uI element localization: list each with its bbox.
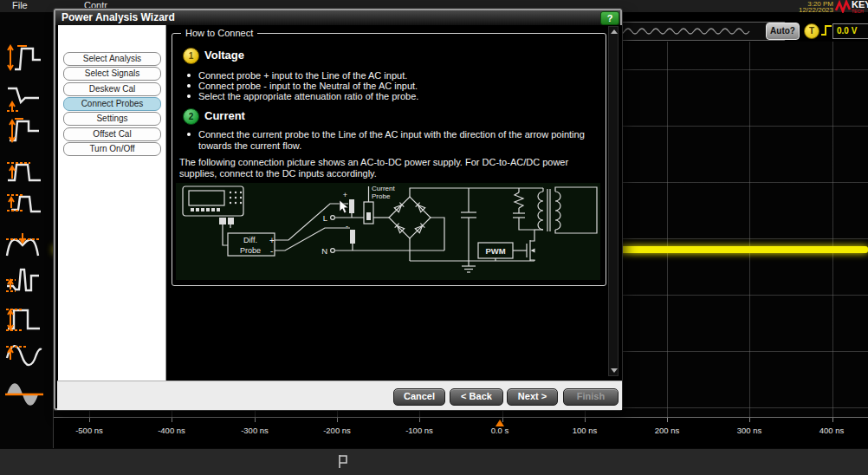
- pulse-width-icon[interactable]: [4, 303, 48, 338]
- wizard-nav-panel: Select Analysis Select Signals Deskew Ca…: [58, 25, 166, 381]
- connection-note: The following connection picture shows a…: [179, 157, 600, 179]
- current-bullet-1: Connect the current probe to the Line of…: [198, 129, 599, 152]
- fall-time-icon[interactable]: [4, 80, 48, 114]
- keysight-logo: KEY TECH: [835, 0, 868, 14]
- scroll-up-icon[interactable]: [611, 29, 618, 34]
- connection-diagram: Diff. Probe + - + - L N Current Probe PW…: [176, 183, 600, 280]
- oscilloscope-screen: File Contr 3:20 PM 12/22/2023 KEY TECH R…: [0, 0, 868, 475]
- diff-plus-label: +: [269, 236, 275, 245]
- axis-label: -100 ns: [405, 426, 433, 435]
- waveform-preview-bar[interactable]: [606, 22, 786, 41]
- bullet-dot: [187, 94, 191, 98]
- step-1-badge: 1: [183, 48, 199, 64]
- trigger-time-marker[interactable]: [496, 420, 504, 426]
- rise-amplitude-icon[interactable]: [4, 114, 48, 149]
- top-level-icon[interactable]: [4, 156, 48, 191]
- current-probe-label-1: Current: [372, 185, 395, 192]
- axis-label: 100 ns: [573, 426, 598, 435]
- horizontal-control-bar: [0, 448, 868, 475]
- diff-probe-label-2: Probe: [240, 246, 261, 255]
- nav-settings[interactable]: Settings: [63, 112, 161, 126]
- keysight-spark-icon: [835, 0, 852, 13]
- frequency-icon[interactable]: [4, 339, 48, 374]
- current-probe-label-2: Probe: [372, 192, 391, 200]
- menu-file[interactable]: File: [12, 0, 28, 11]
- trigger-source-badge[interactable]: T: [804, 23, 819, 39]
- pin-icon[interactable]: [336, 453, 348, 470]
- auto-trigger-button[interactable]: Auto?: [766, 23, 800, 40]
- line-terminal-label: L: [323, 213, 327, 223]
- cancel-button[interactable]: Cancel: [393, 388, 445, 406]
- transient-icon[interactable]: [4, 264, 48, 299]
- trigger-edge-icon[interactable]: [820, 23, 832, 37]
- power-analysis-wizard-dialog: Power Analysis Wizard ? Select Analysis …: [54, 9, 622, 410]
- voltage-bullet-3: Select the appropriate attenuation ratio…: [198, 91, 418, 102]
- bullet-dot: [187, 133, 191, 136]
- pulse-amplitude-icon[interactable]: [4, 42, 48, 76]
- neutral-terminal-label: N: [321, 246, 327, 256]
- pwm-label: PWM: [485, 246, 505, 256]
- wizard-content: How to Connect 1 Voltage Connect probe +…: [166, 25, 622, 381]
- base-level-icon[interactable]: [4, 189, 48, 224]
- dialog-title-bar[interactable]: Power Analysis Wizard: [55, 10, 620, 26]
- axis-label: -500 ns: [75, 426, 103, 435]
- nav-turn-on-off[interactable]: Turn On/Off: [63, 142, 161, 156]
- nav-select-analysis[interactable]: Select Analysis: [63, 52, 161, 66]
- mouse-cursor-icon: [340, 200, 348, 213]
- finish-button[interactable]: Finish: [563, 388, 619, 406]
- axis-label: -300 ns: [241, 426, 269, 435]
- preview-squiggle-icon: [607, 23, 783, 38]
- how-to-connect-groupbox: How to Connect 1 Voltage Connect probe +…: [172, 33, 606, 286]
- content-scrollbar[interactable]: [608, 26, 619, 376]
- probe-minus-label: -: [346, 222, 348, 231]
- scroll-down-icon[interactable]: [611, 368, 618, 373]
- nav-connect-probes[interactable]: Connect Probes: [63, 97, 161, 111]
- help-button[interactable]: ?: [600, 11, 619, 25]
- axis-label: 200 ns: [655, 426, 680, 435]
- diff-minus-label: -: [270, 246, 273, 256]
- dialog-title: Power Analysis Wizard: [62, 11, 175, 23]
- axis-label: 300 ns: [737, 426, 762, 435]
- trigger-level-value[interactable]: 0.0 V: [832, 23, 868, 39]
- axis-label: -400 ns: [158, 426, 185, 435]
- bullet-dot: [187, 84, 191, 88]
- nav-deskew-cal[interactable]: Deskew Cal: [63, 82, 161, 96]
- next-button[interactable]: Next >: [507, 388, 558, 406]
- axis-label: -200 ns: [323, 426, 351, 435]
- step-1-title: Voltage: [204, 49, 244, 62]
- nav-offset-cal[interactable]: Offset Cal: [63, 127, 161, 141]
- measurement-toolbar: [0, 12, 54, 448]
- axis-label: 0.0 s: [491, 426, 509, 435]
- nav-select-signals[interactable]: Select Signals: [63, 67, 161, 81]
- clock-date: 12/22/2023: [761, 7, 833, 13]
- back-button[interactable]: < Back: [450, 388, 503, 406]
- step-2-badge: 2: [183, 108, 199, 125]
- brand-division: TECH: [852, 10, 868, 14]
- cycle-area-icon[interactable]: [4, 378, 48, 413]
- clock: 3:20 PM 12/22/2023: [761, 0, 833, 13]
- groupbox-title: How to Connect: [181, 28, 257, 38]
- axis-ticks: [54, 418, 868, 422]
- axis-label: 400 ns: [819, 426, 845, 435]
- step-2-title: Current: [204, 109, 245, 122]
- time-axis: -500 ns -400 ns -300 ns -200 ns -100 ns …: [54, 418, 868, 447]
- probe-plus-label: +: [343, 191, 347, 199]
- bullet-dot: [187, 74, 191, 77]
- double-pulse-icon[interactable]: [4, 228, 48, 263]
- diff-probe-label-1: Diff.: [243, 236, 257, 244]
